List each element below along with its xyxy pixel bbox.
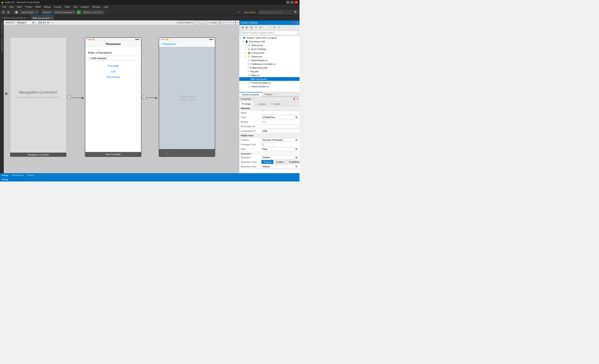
menu-item-file[interactable]: File (1, 5, 8, 9)
menu-item-debug[interactable]: Debug (42, 5, 52, 9)
se-components[interactable]: ▸ 📦 Components (239, 51, 300, 55)
canvas-area[interactable]: VIEW AS iPhone 6 iPhone 5s iPhone 6 Plus… (4, 20, 239, 173)
batch-build-button[interactable]: Batch Build... ▾ (20, 10, 38, 15)
maximize-button[interactable]: □ (290, 1, 294, 4)
se-solution-root[interactable]: ▸ 🔷 Solution 'Hello.iOS' (1 project) (239, 36, 300, 40)
menu-item-tools[interactable]: Tools (63, 5, 71, 9)
menu-item-window[interactable]: Window (90, 5, 102, 9)
se-properties-btn[interactable]: 📄 (263, 26, 267, 29)
zoom-fit-btn[interactable]: ⊡ (218, 21, 222, 24)
se-entitlements[interactable]: P Entitlements.plist (239, 66, 300, 70)
se-main-storyboard[interactable]: ⊡ Main.storyboard (239, 77, 300, 81)
separator-select[interactable]: Default None Single Line (261, 156, 298, 159)
canvas-settings-btn[interactable]: ⚙ (233, 21, 238, 24)
menu-item-test[interactable]: Test (71, 5, 79, 9)
class-select[interactable]: UITableView (261, 115, 298, 119)
constraints-btn-1[interactable]: + (194, 21, 198, 24)
device-dropdown[interactable]: iPhone 6 iOS 9.2 ▾ (82, 10, 104, 15)
table-view-controller-box[interactable]: Carrier 📶 ■■■■ < Phoneword Table View Pr… (159, 37, 215, 157)
tableview-section-header[interactable]: ▾ Table View (239, 134, 300, 138)
custom-btn[interactable]: Custom (274, 160, 286, 164)
view-controller-box[interactable]: Carrier 📶 ■■■■ Phoneword Enter a Phonewo… (85, 37, 141, 157)
document-outline-label[interactable]: Document Outline (0, 37, 3, 53)
constraints-btn-2[interactable]: △ (199, 21, 203, 24)
menu-item-view[interactable]: View (15, 5, 24, 9)
menu-item-format[interactable]: Format (53, 5, 63, 9)
se-asset-catalogs[interactable]: ▸ 🗂 Asset Catalogs (239, 47, 300, 51)
se-callhistory[interactable]: C# CallHistoryController.cs (239, 62, 300, 66)
search-button[interactable]: 🔍 (293, 10, 299, 15)
zoom-in-btn[interactable]: + (223, 21, 227, 24)
forward-button[interactable]: ▶ (6, 10, 11, 15)
props-close-icon[interactable]: ✕ (296, 98, 298, 100)
se-main-cs[interactable]: C# Main.cs (239, 73, 300, 77)
zoom-out-btn[interactable]: − (228, 21, 232, 24)
identity-section-header[interactable]: ▾ Identity (239, 106, 300, 111)
menu-item-analyze[interactable]: Analyze (79, 5, 90, 9)
close-button[interactable]: ✕ (294, 1, 298, 4)
quick-launch-input[interactable] (258, 10, 291, 14)
tab-callhistory-close[interactable]: ✕ (27, 17, 28, 19)
se-pin-icon[interactable]: 📌 (292, 21, 295, 24)
ios-version-select[interactable]: iOS 9.2 iOS 8.0 (37, 21, 50, 25)
props-pin-icon[interactable]: 📌 (293, 98, 296, 100)
menu-item-project[interactable]: Project (23, 5, 34, 9)
prototype-input[interactable] (261, 143, 274, 146)
se-resources[interactable]: ▸ 📁 Resources (239, 55, 300, 58)
run-button[interactable]: ▶ (77, 10, 81, 15)
tab-solution-explorer[interactable]: Solution Explorer (239, 92, 262, 97)
call-button[interactable]: Call (88, 70, 138, 73)
tvc-back-btn[interactable]: < Phoneword (161, 43, 176, 45)
breakpoints-tab[interactable]: Breakpoints (12, 174, 24, 176)
se-collapse-btn[interactable]: ▼ (258, 26, 263, 29)
se-forward-btn[interactable]: ▶ (245, 26, 249, 29)
se-back-btn[interactable]: ◀ (240, 26, 244, 29)
menu-item-help[interactable]: Help (102, 5, 110, 9)
tab-callhistory[interactable]: CallHistoryController.cs ✕ (0, 15, 31, 20)
se-appdelegate[interactable]: C# AppDelegate.cs (239, 58, 300, 62)
device-select[interactable]: iPhone 6 iPhone 5s iPhone 6 Plus (16, 21, 35, 25)
minimize-button[interactable]: ─ (286, 1, 290, 4)
output-tab[interactable]: Output (27, 174, 34, 176)
call-history-button[interactable]: Call History (88, 76, 138, 78)
se-project[interactable]: ▾ 📱 Phoneword iOS (239, 40, 300, 43)
separator-inset-select[interactable]: Default Custom (261, 165, 298, 168)
back-button[interactable]: ◀ (1, 10, 5, 15)
content-select[interactable]: Dynamic Prototypes Static Cells (261, 138, 298, 142)
menu-item-build[interactable]: Build (34, 5, 42, 9)
se-search-input[interactable] (241, 31, 298, 35)
tab-layout[interactable]: — Layout (254, 101, 268, 106)
translate-button[interactable]: Translate (88, 64, 138, 67)
simulator-dropdown[interactable]: iPhone Simulator ▾ (53, 10, 76, 15)
tab-events[interactable]: ⚡ Events (268, 101, 283, 106)
localization-input[interactable] (261, 129, 298, 133)
constraints-btn-3[interactable]: □ (205, 21, 208, 24)
se-home-btn[interactable]: 🏠 (249, 26, 254, 29)
default-btn[interactable]: Default (261, 160, 273, 164)
name-input[interactable] (261, 111, 298, 114)
predefined-btn[interactable]: Predefined (287, 160, 300, 164)
tab-mainstoryboard-close[interactable]: ✕ (51, 17, 53, 19)
server-explorer-label[interactable]: Server Explorer (0, 21, 3, 36)
se-references[interactable]: ▸ 🔗 References (239, 43, 300, 47)
tab-mainstoryboard[interactable]: Main.storyboard* ✕ (31, 15, 55, 20)
error-list-tab[interactable]: Ready (2, 174, 8, 176)
save-button[interactable]: 💾 (14, 10, 19, 15)
se-settings-btn[interactable]: ⚙ (272, 26, 276, 29)
se-phonetranslator[interactable]: C# PhoneTranslator.cs (239, 81, 300, 85)
restoration-input[interactable] (261, 124, 298, 128)
canvas-scroll[interactable]: ▶ Navigation Controller Ctrl+drag from h… (4, 25, 239, 173)
debug-mode-dropdown[interactable]: Debug ▾ (41, 10, 53, 15)
se-viewcontroller[interactable]: C# ViewController.cs (239, 85, 300, 88)
se-new-file-btn[interactable]: + (268, 26, 272, 29)
se-close-icon[interactable]: ✕ (296, 21, 298, 24)
style-select[interactable]: Plain Grouped (261, 147, 298, 151)
storyboard-canvas[interactable]: ▶ Navigation Controller Ctrl+drag from h… (4, 25, 233, 173)
se-filter-btn[interactable]: ≡ (277, 26, 281, 29)
se-infoplist[interactable]: P Info.plist (239, 70, 300, 73)
menu-item-edit[interactable]: Edit (8, 5, 15, 9)
se-refresh-btn[interactable]: ↻ (254, 26, 258, 29)
tab-widget[interactable]: ⚙ Widget (239, 101, 254, 106)
vc-phoneword-input[interactable] (88, 56, 138, 61)
tab-toolbox[interactable]: Toolbox (262, 92, 275, 97)
